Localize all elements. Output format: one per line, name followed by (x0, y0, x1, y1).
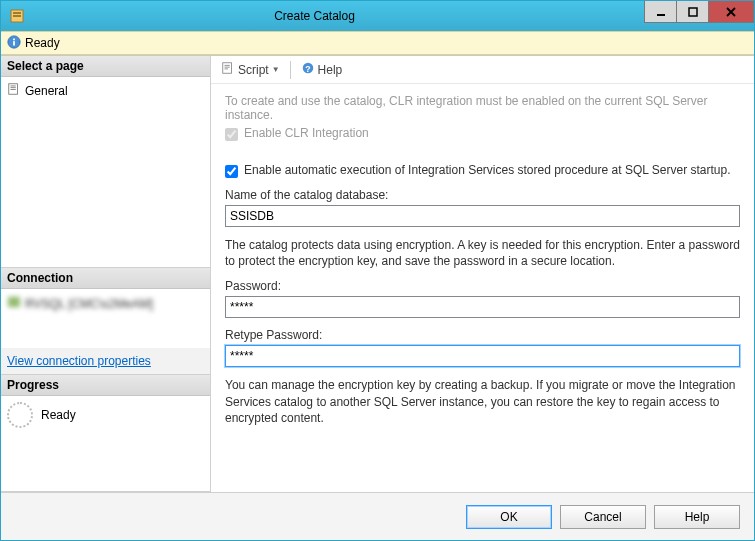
progress-body: Ready (1, 396, 210, 434)
connection-body: RVSQL [CMC\s2MeAM] (1, 289, 210, 318)
backup-desc: You can manage the encryption key by cre… (225, 377, 740, 426)
minimize-button[interactable] (644, 1, 676, 23)
connection-header: Connection (1, 268, 210, 289)
password-label: Password: (225, 279, 740, 293)
svg-rect-15 (9, 303, 20, 307)
view-connection-properties-link[interactable]: View connection properties (1, 348, 210, 374)
page-item-general[interactable]: General (7, 81, 204, 100)
main-panel: Script ▼ ? Help To create and use the ca… (211, 56, 754, 492)
enable-clr-label: Enable CLR Integration (244, 126, 369, 140)
content-area: Select a page General Connection (1, 55, 754, 492)
status-text: Ready (25, 36, 60, 50)
svg-text:?: ? (305, 64, 310, 74)
dialog-window: Create Catalog Ready Select a page (0, 0, 755, 541)
maximize-button[interactable] (676, 1, 708, 23)
intro-text: To create and use the catalog, CLR integ… (225, 94, 740, 122)
db-name-input[interactable] (225, 205, 740, 227)
sidebar: Select a page General Connection (1, 56, 211, 492)
select-page-header: Select a page (1, 56, 210, 77)
enable-auto-row: Enable automatic execution of Integratio… (225, 163, 740, 178)
window-title: Create Catalog (0, 9, 644, 23)
help-icon: ? (301, 61, 315, 78)
help-button[interactable]: ? Help (297, 59, 347, 80)
connection-section: Connection RVSQL [CMC\s2MeAM] View conne… (1, 268, 210, 375)
progress-spinner-icon (7, 402, 33, 428)
cancel-button[interactable]: Cancel (560, 505, 646, 529)
enable-auto-label: Enable automatic execution of Integratio… (244, 163, 731, 177)
footer: OK Cancel Help (1, 492, 754, 540)
server-icon (7, 295, 21, 312)
svg-rect-13 (11, 89, 16, 90)
status-bar: Ready (1, 31, 754, 55)
ok-button[interactable]: OK (466, 505, 552, 529)
toolbar: Script ▼ ? Help (211, 56, 754, 84)
form-area: To create and use the catalog, CLR integ… (211, 84, 754, 492)
select-page-section: Select a page General (1, 56, 210, 268)
server-name: RVSQL [CMC\s2MeAM] (25, 297, 153, 311)
svg-rect-4 (689, 8, 697, 16)
help-footer-button[interactable]: Help (654, 505, 740, 529)
svg-rect-8 (13, 41, 15, 45)
script-button[interactable]: Script ▼ (217, 59, 284, 80)
help-label: Help (318, 63, 343, 77)
progress-text: Ready (41, 408, 76, 422)
svg-rect-9 (13, 38, 15, 40)
progress-section: Progress Ready (1, 375, 210, 492)
encryption-desc: The catalog protects data using encrypti… (225, 237, 740, 269)
toolbar-separator (290, 61, 291, 79)
retype-password-input[interactable] (225, 345, 740, 367)
page-list: General (1, 77, 210, 267)
script-label: Script (238, 63, 269, 77)
db-name-label: Name of the catalog database: (225, 188, 740, 202)
svg-rect-12 (11, 87, 16, 88)
connection-server: RVSQL [CMC\s2MeAM] (7, 293, 204, 314)
svg-rect-16 (223, 63, 232, 74)
enable-auto-checkbox[interactable] (225, 165, 238, 178)
titlebar: Create Catalog (1, 1, 754, 31)
svg-rect-14 (9, 298, 20, 302)
close-button[interactable] (708, 1, 754, 23)
password-input[interactable] (225, 296, 740, 318)
page-icon (7, 82, 21, 99)
window-controls (644, 1, 754, 23)
svg-rect-11 (11, 86, 16, 87)
info-icon (7, 35, 21, 52)
enable-clr-checkbox (225, 128, 238, 141)
script-icon (221, 61, 235, 78)
svg-rect-3 (657, 14, 665, 16)
enable-clr-row: Enable CLR Integration (225, 126, 740, 141)
progress-header: Progress (1, 375, 210, 396)
page-item-label: General (25, 84, 68, 98)
dropdown-arrow-icon: ▼ (272, 65, 280, 74)
retype-password-label: Retype Password: (225, 328, 740, 342)
